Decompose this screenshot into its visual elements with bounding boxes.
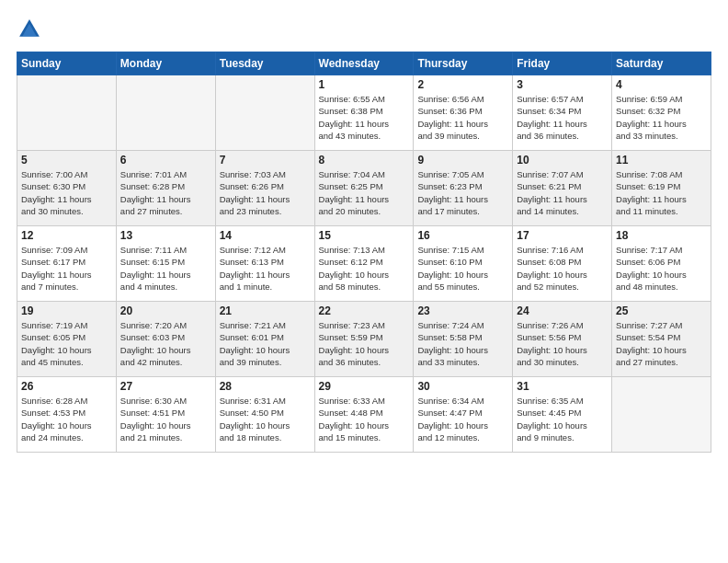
day-number: 30 [417,380,508,393]
day-info: Sunrise: 7:07 AM Sunset: 6:21 PM Dayligh… [517,168,608,217]
calendar-cell: 7Sunrise: 7:03 AM Sunset: 6:26 PM Daylig… [215,151,314,226]
day-info: Sunrise: 7:13 AM Sunset: 6:12 PM Dayligh… [319,244,410,293]
day-number: 6 [120,154,211,167]
page: SundayMondayTuesdayWednesdayThursdayFrid… [0,0,728,462]
calendar-cell: 22Sunrise: 7:23 AM Sunset: 5:59 PM Dayli… [314,302,414,377]
day-number: 24 [517,304,608,317]
day-number: 16 [417,229,508,242]
day-info: Sunrise: 7:08 AM Sunset: 6:19 PM Dayligh… [616,168,707,217]
day-info: Sunrise: 7:19 AM Sunset: 6:05 PM Dayligh… [21,319,112,368]
day-number: 4 [616,78,707,91]
day-number: 28 [220,380,311,393]
weekday-header-thursday: Thursday [414,52,513,75]
calendar-week-4: 19Sunrise: 7:19 AM Sunset: 6:05 PM Dayli… [17,302,711,377]
day-number: 15 [319,229,410,242]
logo-icon [17,17,42,42]
day-info: Sunrise: 6:59 AM Sunset: 6:32 PM Dayligh… [616,93,707,142]
day-info: Sunrise: 7:04 AM Sunset: 6:25 PM Dayligh… [319,168,410,217]
day-info: Sunrise: 7:05 AM Sunset: 6:23 PM Dayligh… [417,168,508,217]
day-info: Sunrise: 6:35 AM Sunset: 4:45 PM Dayligh… [517,395,608,443]
calendar-header: SundayMondayTuesdayWednesdayThursdayFrid… [17,52,711,75]
day-number: 7 [220,154,311,167]
calendar-cell: 6Sunrise: 7:01 AM Sunset: 6:28 PM Daylig… [116,151,215,226]
day-info: Sunrise: 7:27 AM Sunset: 5:54 PM Dayligh… [616,319,707,368]
day-number: 10 [517,154,608,167]
day-number: 11 [616,154,707,167]
calendar-cell: 10Sunrise: 7:07 AM Sunset: 6:21 PM Dayli… [513,151,612,226]
calendar-cell: 19Sunrise: 7:19 AM Sunset: 6:05 PM Dayli… [17,302,117,377]
day-number: 8 [319,154,410,167]
day-number: 17 [517,229,608,242]
day-number: 1 [319,78,410,91]
calendar-cell: 24Sunrise: 7:26 AM Sunset: 5:56 PM Dayli… [513,302,612,377]
calendar-cell: 11Sunrise: 7:08 AM Sunset: 6:19 PM Dayli… [612,151,711,226]
day-number: 3 [517,78,608,91]
day-number: 22 [319,304,410,317]
calendar-cell: 17Sunrise: 7:16 AM Sunset: 6:08 PM Dayli… [513,226,612,302]
day-info: Sunrise: 6:57 AM Sunset: 6:34 PM Dayligh… [517,93,608,142]
day-info: Sunrise: 7:16 AM Sunset: 6:08 PM Dayligh… [517,244,608,293]
calendar-cell: 25Sunrise: 7:27 AM Sunset: 5:54 PM Dayli… [612,302,711,377]
calendar-cell: 23Sunrise: 7:24 AM Sunset: 5:58 PM Dayli… [414,302,513,377]
logo [17,17,46,42]
day-info: Sunrise: 7:26 AM Sunset: 5:56 PM Dayligh… [517,319,608,368]
calendar-cell: 29Sunrise: 6:33 AM Sunset: 4:48 PM Dayli… [314,377,414,453]
day-info: Sunrise: 7:00 AM Sunset: 6:30 PM Dayligh… [21,168,112,217]
day-number: 2 [417,78,508,91]
weekday-header-wednesday: Wednesday [314,52,414,75]
calendar-cell: 18Sunrise: 7:17 AM Sunset: 6:06 PM Dayli… [612,226,711,302]
calendar-body: 1Sunrise: 6:55 AM Sunset: 6:38 PM Daylig… [17,75,711,453]
calendar-cell: 12Sunrise: 7:09 AM Sunset: 6:17 PM Dayli… [17,226,117,302]
calendar-cell [17,75,117,151]
day-number: 18 [616,229,707,242]
day-number: 27 [120,380,211,393]
day-number: 23 [417,304,508,317]
day-info: Sunrise: 6:34 AM Sunset: 4:47 PM Dayligh… [417,395,508,443]
calendar-cell: 21Sunrise: 7:21 AM Sunset: 6:01 PM Dayli… [215,302,314,377]
calendar-cell: 27Sunrise: 6:30 AM Sunset: 4:51 PM Dayli… [116,377,215,453]
calendar: SundayMondayTuesdayWednesdayThursdayFrid… [17,52,711,453]
day-number: 20 [120,304,211,317]
day-number: 26 [21,380,112,393]
calendar-cell: 1Sunrise: 6:55 AM Sunset: 6:38 PM Daylig… [314,75,414,151]
calendar-cell: 26Sunrise: 6:28 AM Sunset: 4:53 PM Dayli… [17,377,117,453]
day-number: 13 [120,229,211,242]
calendar-cell [215,75,314,151]
day-number: 19 [21,304,112,317]
weekday-header-friday: Friday [513,52,612,75]
calendar-cell: 8Sunrise: 7:04 AM Sunset: 6:25 PM Daylig… [314,151,414,226]
day-info: Sunrise: 7:20 AM Sunset: 6:03 PM Dayligh… [120,319,211,368]
day-number: 25 [616,304,707,317]
weekday-header-tuesday: Tuesday [215,52,314,75]
day-info: Sunrise: 7:09 AM Sunset: 6:17 PM Dayligh… [21,244,112,293]
day-info: Sunrise: 7:17 AM Sunset: 6:06 PM Dayligh… [616,244,707,293]
calendar-cell: 20Sunrise: 7:20 AM Sunset: 6:03 PM Dayli… [116,302,215,377]
calendar-cell: 28Sunrise: 6:31 AM Sunset: 4:50 PM Dayli… [215,377,314,453]
day-info: Sunrise: 7:23 AM Sunset: 5:59 PM Dayligh… [319,319,410,368]
day-info: Sunrise: 7:21 AM Sunset: 6:01 PM Dayligh… [220,319,311,368]
day-number: 21 [220,304,311,317]
calendar-cell: 31Sunrise: 6:35 AM Sunset: 4:45 PM Dayli… [513,377,612,453]
day-info: Sunrise: 6:31 AM Sunset: 4:50 PM Dayligh… [220,395,311,443]
calendar-week-1: 1Sunrise: 6:55 AM Sunset: 6:38 PM Daylig… [17,75,711,151]
calendar-cell: 15Sunrise: 7:13 AM Sunset: 6:12 PM Dayli… [314,226,414,302]
calendar-cell: 4Sunrise: 6:59 AM Sunset: 6:32 PM Daylig… [612,75,711,151]
header [17,17,711,42]
weekday-header-monday: Monday [116,52,215,75]
day-info: Sunrise: 6:55 AM Sunset: 6:38 PM Dayligh… [319,93,410,142]
day-number: 31 [517,380,608,393]
calendar-cell: 2Sunrise: 6:56 AM Sunset: 6:36 PM Daylig… [414,75,513,151]
calendar-cell [612,377,711,453]
calendar-cell: 30Sunrise: 6:34 AM Sunset: 4:47 PM Dayli… [414,377,513,453]
calendar-cell: 3Sunrise: 6:57 AM Sunset: 6:34 PM Daylig… [513,75,612,151]
weekday-header-saturday: Saturday [612,52,711,75]
day-info: Sunrise: 6:30 AM Sunset: 4:51 PM Dayligh… [120,395,211,443]
day-number: 12 [21,229,112,242]
day-info: Sunrise: 7:03 AM Sunset: 6:26 PM Dayligh… [220,168,311,217]
day-number: 5 [21,154,112,167]
day-info: Sunrise: 6:56 AM Sunset: 6:36 PM Dayligh… [417,93,508,142]
day-info: Sunrise: 7:12 AM Sunset: 6:13 PM Dayligh… [220,244,311,293]
calendar-cell: 5Sunrise: 7:00 AM Sunset: 6:30 PM Daylig… [17,151,117,226]
calendar-cell: 14Sunrise: 7:12 AM Sunset: 6:13 PM Dayli… [215,226,314,302]
weekday-row: SundayMondayTuesdayWednesdayThursdayFrid… [17,52,711,75]
